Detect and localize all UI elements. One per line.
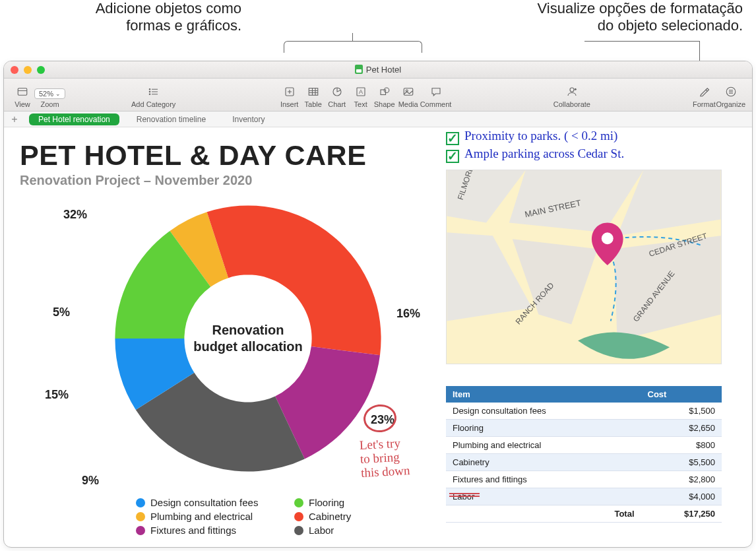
list-icon xyxy=(146,84,161,99)
add-sheet-button[interactable]: + xyxy=(8,113,21,125)
checkbox-icon: ✓ xyxy=(446,150,459,163)
svg-text:A: A xyxy=(359,88,363,95)
slice-label-15: 15% xyxy=(45,388,69,402)
callout-format-options: Visualize opções de formataçãodo objeto … xyxy=(479,0,743,35)
table-icon xyxy=(306,84,321,99)
title-bar: Pet Hotel xyxy=(4,61,752,79)
legend-swatch xyxy=(294,526,303,535)
collaborate-icon xyxy=(565,84,579,99)
legend-swatch xyxy=(136,512,145,521)
legend-swatch xyxy=(136,526,145,535)
format-button[interactable]: Format xyxy=(692,84,716,108)
media-button[interactable]: Media xyxy=(396,84,420,108)
legend-item: Flooring xyxy=(294,497,413,508)
legend-swatch xyxy=(294,498,303,507)
table-button[interactable]: Table xyxy=(301,84,325,108)
sheet-tabs: + Pet Hotel renovation Renovation timeli… xyxy=(4,112,752,127)
close-icon[interactable] xyxy=(11,66,18,74)
app-window: Pet Hotel View 52%⌄ Zoom Add Category In… xyxy=(3,61,753,548)
zoom-control[interactable]: 52%⌄ Zoom xyxy=(34,88,65,108)
legend-item: Plumbing and electrical xyxy=(136,511,294,522)
table-header-cost: Cost xyxy=(641,386,722,403)
sheet-tab-3[interactable]: Inventory xyxy=(223,113,274,125)
sheet-tab-1[interactable]: Pet Hotel renovation xyxy=(29,113,119,125)
view-icon xyxy=(15,84,30,99)
svg-point-5 xyxy=(149,89,150,90)
view-button[interactable]: View xyxy=(11,84,34,108)
document-icon xyxy=(355,65,363,74)
cost-table[interactable]: Item Cost Design consultation fees$1,500… xyxy=(446,386,722,523)
insert-icon xyxy=(282,84,297,99)
donut-center-label: Renovation budget allocation xyxy=(189,322,307,355)
map-placeholder: FILMORE ST. MAIN STREET CEDAR STREET RAN… xyxy=(446,170,722,364)
shape-button[interactable]: Shape xyxy=(373,84,396,108)
toolbar: View 52%⌄ Zoom Add Category Insert Table… xyxy=(4,79,752,112)
table-row[interactable]: Design consultation fees$1,500 xyxy=(446,403,722,420)
insert-button[interactable]: Insert xyxy=(278,84,301,108)
text-icon: A xyxy=(354,84,368,99)
sheet-tab-2[interactable]: Renovation timeline xyxy=(127,113,215,125)
svg-point-20 xyxy=(384,88,389,93)
slice-label-5: 5% xyxy=(53,306,70,319)
svg-point-6 xyxy=(149,91,150,92)
table-row[interactable]: Flooring$2,650 xyxy=(446,420,722,437)
spreadsheet-canvas[interactable]: PET HOTEL & DAY CARE Renovation Project … xyxy=(4,127,752,547)
shape-icon xyxy=(377,84,392,99)
text-button[interactable]: A Text xyxy=(349,84,373,108)
legend-item: Design consultation fees xyxy=(136,497,294,508)
table-row[interactable]: Plumbing and electrical$800 xyxy=(446,437,722,454)
collaborate-button[interactable]: Collaborate xyxy=(553,84,590,108)
svg-point-24 xyxy=(575,88,577,90)
legend-swatch xyxy=(136,498,145,507)
chevron-down-icon: ⌄ xyxy=(55,90,61,97)
table-total-row: Total$17,250 xyxy=(446,505,722,523)
table-header-item: Item xyxy=(446,386,641,403)
svg-rect-11 xyxy=(309,88,318,96)
add-category-button[interactable]: Add Category xyxy=(131,84,175,108)
slice-label-32: 32% xyxy=(63,208,87,222)
media-icon xyxy=(401,84,416,99)
svg-point-41 xyxy=(602,232,614,244)
table-row[interactable]: Fixtures and fittings$2,800 xyxy=(446,471,722,488)
minimize-icon[interactable] xyxy=(24,66,32,74)
chart-legend: Design consultation feesFlooringPlumbing… xyxy=(136,497,413,536)
handwritten-notes: ✓Proximity to parks. ( < 0.2 mi) ✓Ample … xyxy=(446,127,624,163)
checkbox-icon: ✓ xyxy=(446,132,459,145)
fullscreen-icon[interactable] xyxy=(37,66,45,74)
legend-item: Fixtures and fittings xyxy=(136,525,294,536)
svg-point-23 xyxy=(570,88,574,92)
window-title: Pet Hotel xyxy=(366,65,401,75)
chart-icon xyxy=(330,84,344,99)
comment-button[interactable]: Comment xyxy=(420,84,452,108)
callout-insert-objects: Adicione objetos comoformas e gráficos. xyxy=(4,0,241,35)
slice-label-16: 16% xyxy=(396,307,420,321)
svg-rect-0 xyxy=(18,88,27,96)
legend-item: Cabinetry xyxy=(294,511,413,522)
labor-underline xyxy=(449,493,480,497)
page-title: PET HOTEL & DAY CARE xyxy=(20,139,736,172)
callout-bracket xyxy=(284,41,422,53)
comment-icon xyxy=(429,84,443,99)
handwritten-annotation: Let's try to bring this down xyxy=(359,436,410,480)
svg-point-7 xyxy=(149,94,150,95)
organize-button[interactable]: Organize xyxy=(716,84,745,108)
legend-item: Labor xyxy=(294,525,413,536)
organize-icon xyxy=(724,84,738,99)
table-row[interactable]: Labor$4,000 xyxy=(446,488,722,505)
slice-label-9: 9% xyxy=(82,474,99,488)
format-icon xyxy=(697,84,711,99)
table-row[interactable]: Cabinetry$5,500 xyxy=(446,454,722,471)
donut-chart[interactable]: Renovation budget allocation 32% 16% 23%… xyxy=(37,200,420,530)
legend-swatch xyxy=(294,512,303,521)
chart-button[interactable]: Chart xyxy=(325,84,349,108)
